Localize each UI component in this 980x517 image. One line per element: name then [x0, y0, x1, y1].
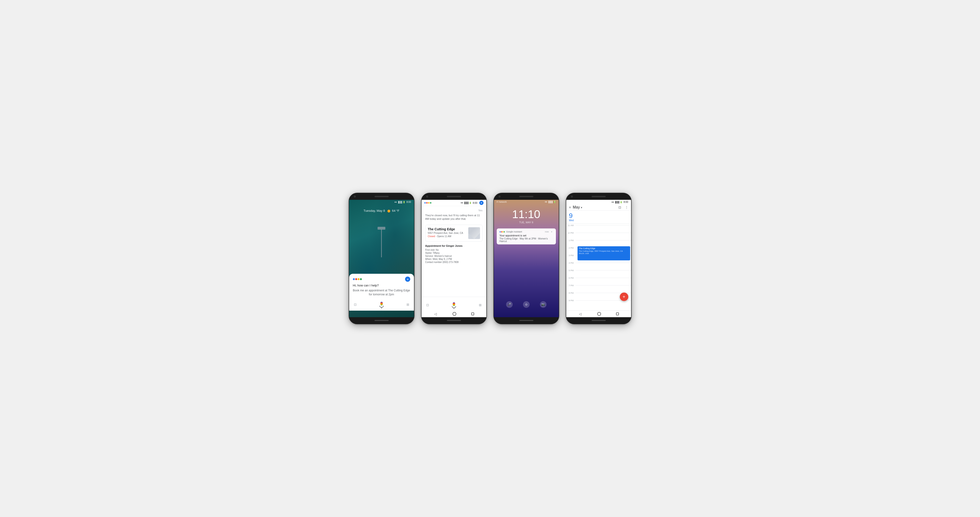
nav-bar-2: ◁	[422, 311, 486, 317]
mic-icon-1	[379, 302, 384, 307]
mic-bottom-icon[interactable]: 🎤	[506, 301, 513, 308]
assistant-header-1: ⊕	[353, 277, 410, 282]
ga-dot-yellow-n	[502, 231, 504, 232]
phone-1-assistant-sheet[interactable]: ⊕ Hi, how can I help? Book me an appoint…	[349, 274, 414, 311]
mic-icon-2	[452, 302, 456, 308]
fingerprint-icon[interactable]: ⊙	[523, 301, 530, 308]
phone-4-top-bar	[566, 193, 631, 200]
phone-1-speaker	[374, 196, 389, 197]
business-image	[468, 227, 480, 239]
time-slot-1pm: 1 PM	[566, 239, 631, 246]
notification-card[interactable]: Google Assistant now ▾ Your appointment …	[497, 228, 556, 244]
phones-container: ▾▾ ▐▐▐ 🔋 8:00 Tuesday, May 8 64 °F	[349, 193, 632, 324]
compass-icon-1[interactable]: ⊕	[405, 277, 410, 282]
mic-button-2[interactable]	[450, 301, 458, 309]
time-label-3pm: 3 PM	[566, 254, 576, 257]
status-icons-3: ▾▾ ▐▐▐ 🔋	[545, 201, 556, 203]
keyboard-icon-2[interactable]: ⊞	[478, 303, 483, 307]
recents-button-2[interactable]	[471, 312, 474, 315]
fab-add-event[interactable]: +	[620, 293, 628, 301]
assistant-greeting: Hi, how can I help?	[353, 284, 410, 287]
time-label-5pm: 5 PM	[566, 269, 576, 272]
calendar-timeline: 11 AM 12 PM 1 PM 2 PM The Cutting E	[566, 224, 631, 310]
month-dropdown-icon[interactable]: ▾	[581, 206, 582, 209]
keyboard-icon-1[interactable]: ⊞	[406, 302, 410, 307]
status-icons-4: ▾▾ ▐▐▐ 🔋 8:00	[612, 201, 628, 203]
phone-2-screen: ▾▾ ▐▐▐ 🔋 8:00 ⊕ Yes They're closed now, …	[422, 200, 486, 317]
time-label-6pm: 6 PM	[566, 276, 576, 279]
ga-dot-yellow-2	[428, 202, 430, 203]
phone-3-home-indicator	[519, 320, 533, 321]
battery-icon-1: 🔋	[403, 201, 405, 203]
business-status: Closed · Opens 11 AM	[428, 235, 466, 238]
signal-icon-2: ▐▐▐	[464, 202, 468, 204]
business-name: The Cutting Edge	[428, 227, 466, 231]
phone-2-camera	[426, 195, 428, 197]
home-button-2[interactable]	[452, 312, 456, 316]
phone-2-bottom-bar	[422, 317, 486, 324]
mic-button-1[interactable]	[378, 301, 385, 308]
appt-first-visit: First visit: No	[425, 249, 483, 251]
phone-1-screen: ▾▾ ▐▐▐ 🔋 8:00 Tuesday, May 8 64 °F	[349, 200, 414, 317]
phone-3-top-bar	[494, 193, 559, 200]
camera-bottom-icon[interactable]: 📷	[540, 301, 547, 308]
event-title: The Cutting Edge	[579, 247, 629, 250]
time-line-4pm	[576, 263, 631, 263]
ga-dot-red-2	[426, 202, 428, 203]
phone-4-bottom-bar	[566, 317, 631, 324]
phone-4-home-indicator	[592, 320, 606, 321]
time-label-12pm: 12 PM	[566, 231, 576, 234]
camera-icon-2[interactable]: ⊡	[425, 303, 430, 307]
phone-4-status-bar: ▾▾ ▐▐▐ 🔋 8:00	[566, 200, 631, 204]
battery-icon-4: 🔋	[620, 201, 622, 203]
time-label-9pm: 9 PM	[566, 299, 576, 302]
recents-button-4[interactable]	[616, 312, 619, 315]
time-label-1pm: 1 PM	[566, 239, 576, 242]
month-label: May	[573, 205, 580, 209]
notification-header: Google Assistant now ▾	[500, 230, 553, 233]
mic-line-1	[381, 308, 382, 309]
ga-logo-notif	[500, 231, 505, 232]
phone-3-speaker	[519, 196, 533, 197]
time-slot-12pm: 12 PM	[566, 231, 631, 239]
back-button-2[interactable]: ◁	[434, 312, 438, 316]
assistant-query: Book me an appointment at The Cutting Ed…	[353, 289, 410, 297]
more-options-icon[interactable]: ⋮	[625, 205, 628, 209]
business-address: 5557 Prospect Ave, San Jose, CA	[428, 232, 466, 234]
home-button-4[interactable]	[597, 312, 601, 316]
camera-icon-1[interactable]: ⊡	[353, 302, 358, 307]
appointment-section: Appointment for Ginger Jones First visit…	[425, 244, 483, 263]
appt-service: Service: Women's haircut	[425, 255, 483, 257]
battery-icon-2: 🔋	[469, 202, 472, 204]
calendar-event[interactable]: The Cutting Edge The Cutting Edge, 5557 …	[578, 246, 630, 260]
phone-4-camera	[571, 195, 573, 197]
business-info: The Cutting Edge 5557 Prospect Ave, San …	[428, 227, 466, 239]
phone-1-camera	[354, 195, 356, 197]
mic-stand-2	[452, 306, 456, 308]
mic-stand-1	[379, 306, 384, 308]
phone-3-status-bar: Fi Network ▾▾ ▐▐▐ 🔋	[494, 200, 559, 204]
back-button-4[interactable]: ◁	[579, 312, 582, 316]
time-1: 8:00	[406, 201, 411, 203]
phone-3: Fi Network ▾▾ ▐▐▐ 🔋 11:10 TUE, MAY 8	[493, 193, 559, 324]
time-label-7pm: 7 PM	[566, 284, 576, 287]
compass-icon-2[interactable]: ⊕	[479, 201, 484, 205]
notification-dropdown[interactable]: ▾	[550, 230, 553, 233]
search-icon-cal[interactable]: ⊡	[619, 205, 621, 209]
ga-dot-yellow-1	[358, 278, 360, 280]
status-closed: Closed	[428, 235, 435, 238]
phone-3-bottom-bar	[494, 317, 559, 324]
calendar-day-name: Wed	[569, 219, 574, 222]
assistant-content-2: Yes They're closed now, but I'll try cal…	[422, 206, 486, 297]
phone-4-speaker	[592, 196, 606, 197]
wifi-icon-3: ▾▾	[545, 201, 547, 203]
business-card[interactable]: The Cutting Edge 5557 Prospect Ave, San …	[425, 225, 483, 242]
response-text: They're closed now, but I'll try calling…	[425, 214, 483, 221]
appt-stylist: Stylist: Tiffany	[425, 252, 483, 254]
fi-network-label: Fi Network	[497, 201, 507, 203]
notification-time: now	[545, 231, 549, 233]
menu-icon[interactable]: ≡	[569, 205, 571, 209]
weather-icon-1	[387, 210, 390, 213]
time-label-2pm: 2 PM	[566, 246, 576, 249]
phone-2-status-bar: ▾▾ ▐▐▐ 🔋 8:00 ⊕	[422, 200, 486, 206]
